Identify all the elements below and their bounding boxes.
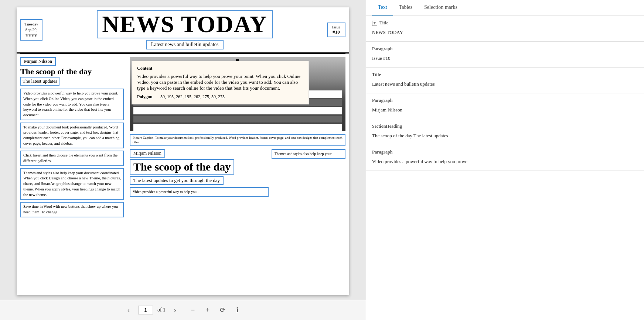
panel-section-label-3: Paragraph <box>372 98 638 103</box>
title-icon: T <box>372 21 377 26</box>
panel-tabs: Text Tables Selection marks <box>366 0 644 16</box>
toolbar-nav: ‹ of 1 › <box>123 305 180 315</box>
panel-section-value-5: Video provides a powerful way to help yo… <box>372 157 638 166</box>
second-left: Mirjam Nilsson The scoop of the day The … <box>130 149 269 197</box>
panel-section-label-1: Paragraph <box>372 46 638 52</box>
panel-section-4: SectionHeading The scoop of the day The … <box>366 119 644 145</box>
panel-section-label-4: SectionHeading <box>372 124 638 129</box>
paragraph-3: Click Insert and then choose the element… <box>20 151 124 166</box>
tab-selection-marks[interactable]: Selection marks <box>418 0 463 16</box>
newspaper: Tuesday Sep 20, YYYY NEWS TODAY Latest n… <box>17 7 349 295</box>
panel-section-value-4: The scoop of the day The latest updates <box>372 131 638 140</box>
author-badge-bottom: Mirjam Nilsson <box>130 149 165 158</box>
panel-content: T Title NEWS TODAY Paragraph Issue #10 T… <box>366 16 644 320</box>
issue-box: Issue #10 <box>327 23 345 37</box>
stripe <box>133 107 342 114</box>
picture-caption: Picture Caption: To make your document l… <box>130 134 345 146</box>
panel-section-1: Paragraph Issue #10 <box>366 42 644 68</box>
paragraph-5: Save time in Word with new buttons that … <box>20 202 124 217</box>
right-panel: Text Tables Selection marks T Title NEWS… <box>366 0 644 320</box>
panel-section-label-2: Title <box>372 72 638 78</box>
zoom-in-button[interactable]: + <box>202 305 213 315</box>
toolbar-zoom: − + ⟳ ℹ <box>188 305 242 315</box>
page-input[interactable] <box>138 306 153 314</box>
second-section: Mirjam Nilsson The scoop of the day The … <box>130 149 345 197</box>
panel-section-label-5: Paragraph <box>372 149 638 155</box>
section-subheading-left: The latest updates <box>20 77 59 86</box>
tooltip-content-text: Video provides a powerful way to help yo… <box>137 73 300 91</box>
tooltip-content-label: Content <box>137 66 303 71</box>
tooltip-polygon-row: Polygon 59, 195, 262, 195, 262, 275, 59,… <box>137 94 303 100</box>
document-viewer: Tuesday Sep 20, YYYY NEWS TODAY Latest n… <box>0 0 366 320</box>
panel-section-label-0: T Title <box>372 20 638 26</box>
prev-button[interactable]: ‹ <box>123 305 134 315</box>
stripe <box>133 116 342 123</box>
info-button[interactable]: ℹ <box>232 305 242 315</box>
center-column: Content Video provides a powerful way to… <box>127 57 345 220</box>
section-subheading-large: The latest updates to get you through th… <box>130 176 224 185</box>
panel-section-2: Title Latest news and bulletin updates <box>366 68 644 93</box>
image-area: Content Video provides a powerful way to… <box>130 57 345 131</box>
content-tooltip: Content Video provides a powerful way to… <box>132 61 309 104</box>
news-subtitle: Latest news and bulletin updates <box>146 40 224 49</box>
right-preview: Themes and styles also help keep your <box>272 149 345 159</box>
tab-tables[interactable]: Tables <box>393 0 418 16</box>
date-box: Tuesday Sep 20, YYYY <box>20 19 42 41</box>
issue-num: #10 <box>330 29 343 35</box>
section-heading-large: The scoop of the day <box>130 159 234 175</box>
tab-text[interactable]: Text <box>372 0 393 16</box>
stripe <box>133 124 342 131</box>
tooltip-polygon-label: Polygon <box>137 94 157 100</box>
issue-label: Issue <box>330 25 343 29</box>
content-preview-bottom: Video provides a powerful way to help yo… <box>130 187 269 197</box>
doc-area: Tuesday Sep 20, YYYY NEWS TODAY Latest n… <box>0 0 366 300</box>
author-badge-top: Mirjam Nilsson <box>20 57 56 66</box>
panel-section-value-0: NEWS TODAY <box>372 28 638 37</box>
title-center: NEWS TODAY Latest news and bulletin upda… <box>45 10 324 49</box>
news-header: Tuesday Sep 20, YYYY NEWS TODAY Latest n… <box>17 7 349 54</box>
paragraph-2: To make your document look professionall… <box>20 123 124 149</box>
second-right: Themes and styles also help keep your <box>272 149 345 197</box>
panel-section-5: Paragraph Video provides a powerful way … <box>366 145 644 171</box>
section-heading-left: The scoop of the day <box>20 67 124 76</box>
panel-section-value-2: Latest news and bulletin updates <box>372 80 638 89</box>
left-column: Mirjam Nilsson The scoop of the day The … <box>20 57 127 220</box>
next-button[interactable]: › <box>170 305 180 315</box>
panel-section-value-3: Mirjam Nilsson <box>372 106 638 114</box>
toolbar: ‹ of 1 › − + ⟳ ℹ <box>0 300 366 320</box>
rotate-button[interactable]: ⟳ <box>217 305 228 315</box>
zoom-out-button[interactable]: − <box>188 305 198 315</box>
paragraph-4: Themes and styles also help keep your do… <box>20 168 124 200</box>
panel-section-value-1: Issue #10 <box>372 54 638 63</box>
news-title: NEWS TODAY <box>97 10 272 38</box>
panel-section-0: T Title NEWS TODAY <box>366 16 644 42</box>
paragraph-1: Video provides a powerful way to help yo… <box>20 89 124 120</box>
page-of-label: of 1 <box>157 307 166 313</box>
panel-section-3: Paragraph Mirjam Nilsson <box>366 93 644 119</box>
tooltip-polygon-value: 59, 195, 262, 195, 262, 275, 59, 275 <box>160 94 225 100</box>
news-body: Mirjam Nilsson The scoop of the day The … <box>17 54 349 223</box>
